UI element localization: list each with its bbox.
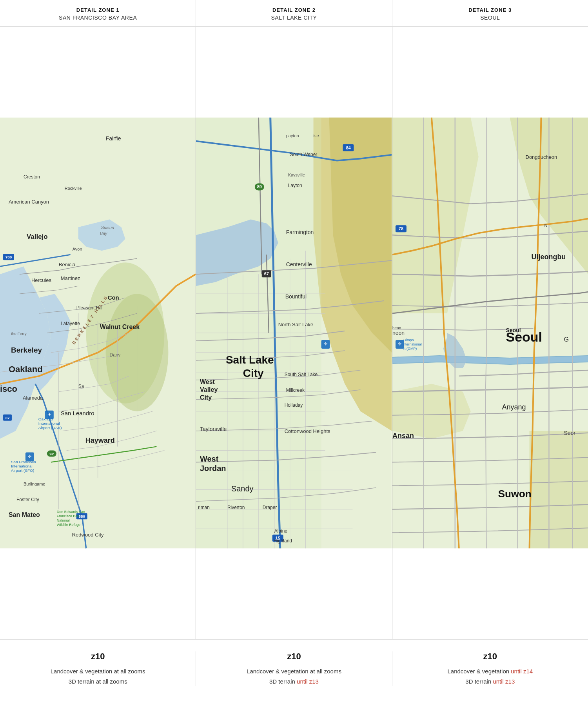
svg-text:Dongducheon: Dongducheon [525, 154, 557, 160]
footer: z10 Landcover & vegetation at all zooms … [0, 639, 588, 702]
footer-zoom-2: z10 [204, 651, 384, 662]
svg-text:Kaysville: Kaysville [288, 173, 305, 177]
svg-text:37: 37 [5, 416, 10, 420]
svg-text:payton: payton [286, 133, 299, 138]
svg-text:Alpine: Alpine [274, 528, 288, 534]
svg-text:National: National [57, 518, 70, 522]
header-zone-2: DETAIL ZONE 2 SALT LAKE CITY [196, 0, 392, 26]
svg-text:American Canyon: American Canyon [9, 199, 49, 205]
svg-text:isco: isco [0, 384, 17, 394]
svg-text:Jordan: Jordan [200, 464, 226, 473]
svg-text:North Salt Lake: North Salt Lake [278, 322, 313, 327]
zone-1-city: SAN FRANCISCO BAY AREA [4, 15, 192, 21]
maps-container: ✈ ✈ 37 780 880 92 American Canyon Rockvi… [0, 27, 588, 639]
svg-text:Oakland: Oakland [9, 364, 43, 374]
footer-line2-1: 3D terrain at all zooms [8, 677, 188, 687]
zone-1-label: DETAIL ZONE 1 [4, 7, 192, 13]
header: DETAIL ZONE 1 SAN FRANCISCO BAY AREA DET… [0, 0, 588, 27]
svg-text:Holladay: Holladay [285, 402, 303, 408]
map-seoul: 78 ✈ Dongducheon Uijeongbu Seoul Seoul A… [392, 27, 588, 639]
svg-text:Layton: Layton [288, 183, 302, 188]
zone-2-city: SALT LAKE CITY [200, 15, 388, 21]
svg-text:N: N [544, 223, 547, 228]
footer-zoom-1: z10 [8, 651, 188, 662]
svg-text:Avon: Avon [73, 247, 82, 251]
map-panel-sf: ✈ ✈ 37 780 880 92 American Canyon Rockvi… [0, 27, 196, 639]
svg-text:Riverton: Riverton [227, 505, 245, 510]
map-panel-slc: 15 84 89 67 ✈ South Weber Layton Kaysvil… [196, 27, 392, 639]
zone-2-label: DETAIL ZONE 2 [200, 7, 388, 13]
svg-text:✈: ✈ [398, 341, 402, 347]
footer-zoom-3: z10 [400, 651, 580, 662]
svg-text:Foster City: Foster City [16, 497, 39, 502]
svg-text:Ansan: Ansan [392, 432, 414, 440]
svg-text:92: 92 [49, 452, 54, 456]
svg-text:Lafayette: Lafayette [61, 321, 80, 326]
svg-text:Bountiful: Bountiful [285, 293, 307, 300]
svg-text:Martinez: Martinez [61, 275, 80, 281]
svg-text:San Leandro: San Leandro [61, 410, 94, 416]
svg-text:Uijeongbu: Uijeongbu [531, 253, 566, 261]
footer-line1-3: Landcover & vegetation until z14 [400, 666, 580, 677]
svg-text:riman: riman [198, 505, 210, 510]
header-zone-1: DETAIL ZONE 1 SAN FRANCISCO BAY AREA [0, 0, 196, 26]
svg-text:West: West [200, 455, 219, 463]
svg-text:✈: ✈ [324, 341, 328, 347]
svg-text:Bay: Bay [100, 231, 108, 236]
map-sf: ✈ ✈ 37 780 880 92 American Canyon Rockvi… [0, 27, 196, 639]
header-zone-3: DETAIL ZONE 3 SEOUL [392, 0, 588, 26]
svg-text:Highland: Highland [274, 538, 292, 544]
svg-text:Suisun: Suisun [101, 225, 114, 230]
svg-text:Farmington: Farmington [286, 229, 314, 235]
svg-text:City: City [243, 367, 264, 379]
footer-line2-3-suffix: until z13 [493, 678, 515, 685]
svg-text:rt (GMP): rt (GMP) [403, 347, 417, 351]
svg-text:Oakland: Oakland [38, 417, 53, 421]
svg-text:Hayward: Hayward [85, 436, 115, 444]
svg-text:ise: ise [314, 133, 319, 138]
svg-text:San Francisco: San Francisco [11, 460, 36, 464]
svg-text:Airport (SFO): Airport (SFO) [11, 468, 34, 473]
svg-text:Draper: Draper [263, 505, 277, 510]
svg-text:the Ferry: the Ferry [11, 331, 27, 336]
svg-text:Cottonwood Heights: Cottonwood Heights [285, 428, 330, 434]
svg-text:International: International [11, 464, 33, 468]
footer-line1-1: Landcover & vegetation at all zooms [8, 666, 188, 677]
svg-text:Berkeley: Berkeley [11, 346, 42, 354]
svg-text:International: International [38, 421, 60, 426]
footer-line1-2: Landcover & vegetation at all zooms [204, 666, 384, 677]
svg-text:880: 880 [78, 514, 85, 518]
svg-text:West: West [200, 378, 215, 385]
svg-text:Danv: Danv [110, 352, 121, 358]
footer-zone-2: z10 Landcover & vegetation at all zooms … [196, 651, 392, 686]
svg-text:Millcreek: Millcreek [286, 387, 305, 393]
svg-text:Redwood City: Redwood City [72, 532, 104, 538]
svg-text:neon: neon [392, 330, 405, 336]
svg-text:67: 67 [264, 271, 269, 276]
svg-text:Valley: Valley [200, 386, 218, 393]
svg-text:Salt Lake: Salt Lake [226, 354, 274, 366]
svg-text:84: 84 [346, 145, 351, 150]
svg-text:Burlingame: Burlingame [24, 482, 45, 486]
svg-text:nternational: nternational [403, 342, 422, 346]
svg-text:Seoul: Seoul [506, 329, 542, 344]
svg-text:Wildlife Refuge: Wildlife Refuge [57, 523, 80, 527]
svg-text:Seor: Seor [564, 430, 575, 436]
svg-text:Vallejo: Vallejo [27, 233, 48, 240]
footer-line1-3-suffix: until z14 [511, 668, 533, 675]
footer-line2-2-suffix: until z13 [297, 678, 319, 685]
svg-text:South Salt Lake: South Salt Lake [285, 372, 318, 377]
svg-text:Anyang: Anyang [502, 403, 526, 411]
zone-3-label: DETAIL ZONE 3 [396, 7, 584, 13]
svg-text:heon: heon [392, 326, 401, 330]
svg-text:Don Edwards San: Don Edwards San [57, 510, 85, 514]
svg-text:Sandy: Sandy [231, 484, 254, 493]
svg-text:South Weber: South Weber [290, 152, 318, 157]
svg-text:Alameda: Alameda [23, 395, 43, 401]
svg-text:78: 78 [399, 226, 403, 231]
svg-text:Gimpo: Gimpo [403, 338, 414, 342]
svg-text:Taylorsville: Taylorsville [200, 426, 227, 432]
svg-text:Con: Con [108, 294, 119, 301]
map-slc: 15 84 89 67 ✈ South Weber Layton Kaysvil… [196, 27, 392, 639]
svg-text:✈: ✈ [47, 412, 51, 417]
